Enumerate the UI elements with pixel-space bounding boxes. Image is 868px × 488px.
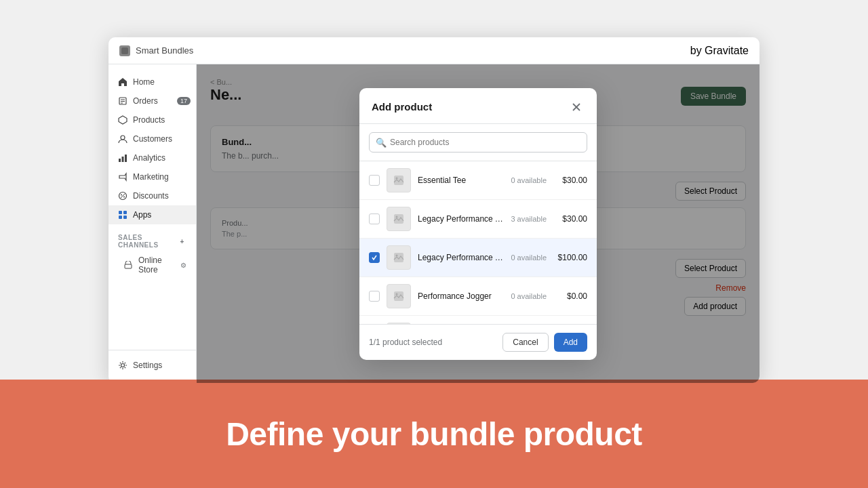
apps-icon xyxy=(118,210,127,220)
product-row[interactable]: Performance Jogger 0 available $0.00 xyxy=(359,277,597,316)
online-store-label: Online Store xyxy=(138,256,175,274)
sidebar-item-analytics[interactable]: Analytics xyxy=(108,148,196,167)
discounts-icon xyxy=(118,191,127,201)
nav-customers-label: Customers xyxy=(133,134,172,144)
product-name-4: Performance Jogger xyxy=(418,291,504,301)
app-window: Smart Bundles by Gravitate Home Orders 1… xyxy=(108,37,760,383)
store-icon xyxy=(123,260,133,270)
product-info-1: Essential Tee xyxy=(418,176,504,185)
svg-rect-6 xyxy=(119,159,121,162)
product-list: Essential Tee 0 available $30.00 xyxy=(359,161,597,324)
cancel-button[interactable]: Cancel xyxy=(502,333,548,352)
banner-text: Define your bundle product xyxy=(226,415,642,453)
product-price-2: $30.00 xyxy=(553,214,587,224)
app-icon xyxy=(119,45,130,56)
sidebar-item-home[interactable]: Home xyxy=(108,73,196,92)
product-row[interactable]: Essential Tee 0 available $30.00 xyxy=(359,161,597,200)
search-input[interactable] xyxy=(369,132,587,152)
marketing-icon xyxy=(118,172,127,182)
product-avail-1: 0 available xyxy=(511,176,547,184)
svg-rect-14 xyxy=(123,211,127,214)
product-name-3: Legacy Performance Tee + Performance Jog… xyxy=(418,253,504,262)
settings-icon xyxy=(118,361,127,370)
product-row[interactable]: Legacy Performance Tee + Performance Jog… xyxy=(359,239,597,277)
svg-point-5 xyxy=(121,136,125,140)
nav-orders-label: Orders xyxy=(133,96,158,106)
svg-rect-7 xyxy=(122,157,124,162)
product-image-3 xyxy=(387,245,411,270)
nav-home-label: Home xyxy=(133,77,155,87)
title-bar-left: Smart Bundles xyxy=(119,45,193,56)
sidebar-item-online-store[interactable]: Online Store ⚙ xyxy=(108,251,196,279)
nav-discounts-label: Discounts xyxy=(133,191,169,201)
orders-badge: 17 xyxy=(177,97,191,105)
product-image-1 xyxy=(387,168,411,192)
sidebar-item-orders[interactable]: Orders 17 xyxy=(108,92,196,110)
nav-analytics-label: Analytics xyxy=(133,153,165,163)
product-row[interactable]: Premium Pro-Elite Jacket 0 available $78… xyxy=(359,316,597,324)
nav-settings-label: Settings xyxy=(133,361,162,370)
sidebar-item-customers[interactable]: Customers xyxy=(108,129,196,148)
title-bar: Smart Bundles by Gravitate xyxy=(108,37,760,64)
products-icon xyxy=(118,115,127,125)
product-image-4 xyxy=(387,284,411,308)
svg-point-11 xyxy=(121,195,122,196)
add-button[interactable]: Add xyxy=(554,333,587,352)
sidebar: Home Orders 17 Products Customers xyxy=(108,64,197,383)
nav-apps-label: Apps xyxy=(133,210,151,220)
svg-point-26 xyxy=(396,254,398,256)
customers-icon xyxy=(118,134,127,144)
svg-rect-13 xyxy=(119,211,122,214)
modal-footer-buttons: Cancel Add xyxy=(502,333,587,352)
product-info-3: Legacy Performance Tee + Performance Jog… xyxy=(418,253,504,262)
nav-marketing-label: Marketing xyxy=(133,172,169,182)
modal-footer: 1/1 product selected Cancel Add xyxy=(359,324,597,360)
app-title: Smart Bundles xyxy=(136,45,193,56)
sidebar-item-discounts[interactable]: Discounts xyxy=(108,186,196,205)
product-image-2 xyxy=(387,207,411,231)
product-checkbox-1[interactable] xyxy=(369,175,380,186)
svg-rect-15 xyxy=(119,216,122,219)
svg-point-12 xyxy=(123,197,125,198)
sidebar-item-settings[interactable]: Settings xyxy=(108,356,196,375)
product-checkbox-2[interactable] xyxy=(369,214,380,224)
product-info-4: Performance Jogger xyxy=(418,291,504,301)
sidebar-item-products[interactable]: Products xyxy=(108,110,196,129)
orders-icon xyxy=(118,96,127,106)
app-body: Home Orders 17 Products Customers xyxy=(108,64,760,383)
add-channel-icon[interactable]: + xyxy=(178,237,186,246)
search-wrapper: 🔍 xyxy=(369,132,587,152)
add-product-modal: Add product 🔍 xyxy=(359,88,597,360)
svg-point-22 xyxy=(396,177,398,179)
svg-rect-8 xyxy=(125,155,127,162)
product-avail-2: 3 available xyxy=(511,215,547,223)
product-price-4: $0.00 xyxy=(553,291,587,301)
svg-point-24 xyxy=(396,216,398,218)
sidebar-item-marketing[interactable]: Marketing xyxy=(108,167,196,186)
product-info-2: Legacy Performance Tee xyxy=(418,214,504,224)
svg-rect-0 xyxy=(121,47,128,54)
modal-header: Add product xyxy=(359,88,597,124)
product-name-2: Legacy Performance Tee xyxy=(418,214,504,224)
product-row[interactable]: Legacy Performance Tee 3 available $30.0… xyxy=(359,200,597,239)
selected-count: 1/1 product selected xyxy=(369,338,442,347)
online-store-settings-icon[interactable]: ⚙ xyxy=(180,262,186,269)
main-content: < Bu... Ne... Save Bundle Bund... The b.… xyxy=(197,64,760,383)
modal-close-button[interactable] xyxy=(568,99,585,115)
svg-point-18 xyxy=(121,364,125,367)
product-checkbox-3[interactable] xyxy=(369,252,380,263)
svg-rect-17 xyxy=(125,264,132,268)
modal-search-area: 🔍 xyxy=(359,124,597,161)
home-icon xyxy=(118,77,127,87)
nav-products-label: Products xyxy=(133,115,165,125)
svg-point-28 xyxy=(396,293,398,295)
bottom-banner: Define your bundle product xyxy=(0,380,868,488)
product-name-1: Essential Tee xyxy=(418,176,504,185)
sidebar-item-apps[interactable]: Apps xyxy=(108,205,196,224)
search-icon: 🔍 xyxy=(376,137,387,147)
product-avail-3: 0 available xyxy=(511,253,547,262)
product-checkbox-4[interactable] xyxy=(369,291,380,302)
sales-channels-label: SALES CHANNELS xyxy=(118,234,178,249)
app-by: by Gravitate xyxy=(690,45,749,57)
svg-rect-16 xyxy=(123,216,127,219)
